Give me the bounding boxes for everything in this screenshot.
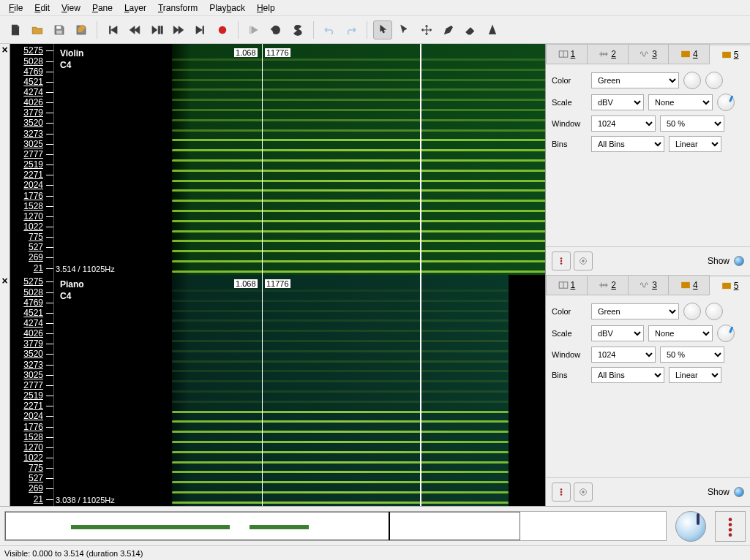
binscale-select[interactable]: Linear xyxy=(669,136,721,152)
menu-transform[interactable]: Transform xyxy=(152,1,203,15)
layer-tab-1[interactable]: 1 xyxy=(546,275,588,295)
play-selection-icon[interactable] xyxy=(244,20,263,39)
erase-tool-icon[interactable] xyxy=(461,20,480,39)
measure-tool-icon[interactable] xyxy=(483,20,502,39)
save-file-icon[interactable] xyxy=(50,20,69,39)
redo-icon[interactable] xyxy=(342,20,361,39)
svg-rect-0 xyxy=(56,26,61,29)
toolbar xyxy=(0,16,750,44)
normalize-select[interactable]: None xyxy=(648,94,713,110)
menu-file[interactable]: File xyxy=(3,1,29,15)
layer-visibility-icon[interactable] xyxy=(552,483,571,502)
svg-rect-22 xyxy=(681,282,690,288)
bins-label: Bins xyxy=(552,140,587,148)
rotation-knob[interactable] xyxy=(705,303,723,320)
pane-info: 3.038 / 11025Hz xyxy=(56,496,115,504)
svg-rect-23 xyxy=(722,282,731,288)
led-icon xyxy=(734,487,744,497)
spectrogram-view-2[interactable]: Piano C4 3.038 / 11025Hz 1.068 11776 xyxy=(54,275,545,506)
gain-knob[interactable] xyxy=(717,325,735,342)
cursor-freq-label: 11776 xyxy=(265,279,290,288)
layer-properties: Color Green Scale dBV None Window 1024 5… xyxy=(546,295,750,477)
pane-info: 3.514 / 11025Hz xyxy=(56,265,115,273)
layer-panel-2: 1 2 3 4 5 Color Green Scale dBV None xyxy=(545,275,750,506)
layer-tab-4[interactable]: 4 xyxy=(668,44,710,64)
save-as-icon[interactable] xyxy=(72,20,91,39)
close-pane-button[interactable]: × xyxy=(0,275,10,506)
svg-point-24 xyxy=(560,488,563,491)
layer-tab-2[interactable]: 2 xyxy=(587,275,629,295)
overlap-select[interactable]: 50 % xyxy=(660,116,724,132)
layer-tab-3[interactable]: 3 xyxy=(628,44,670,64)
layer-tab-5[interactable]: 5 xyxy=(709,45,750,64)
bins-select[interactable]: All Bins xyxy=(591,367,664,383)
play-pause-icon[interactable] xyxy=(147,20,166,39)
svg-point-29 xyxy=(729,518,732,521)
layer-settings-icon[interactable] xyxy=(574,483,593,502)
rewind-icon[interactable] xyxy=(125,20,144,39)
window-label: Window xyxy=(552,119,587,128)
pane-1: × 52755028476945214274402637793520327330… xyxy=(0,44,750,275)
loop-icon[interactable] xyxy=(266,20,285,39)
threshold-knob[interactable] xyxy=(683,303,701,320)
overlap-select[interactable]: 50 % xyxy=(660,347,724,363)
show-toggle[interactable]: Show xyxy=(708,256,744,266)
new-file-icon[interactable] xyxy=(6,20,25,39)
show-toggle[interactable]: Show xyxy=(708,487,744,497)
playback-speed-knob[interactable] xyxy=(675,511,706,542)
undo-icon[interactable] xyxy=(320,20,339,39)
select-tool-icon[interactable] xyxy=(395,20,414,39)
svg-point-28 xyxy=(582,491,585,493)
scale-select[interactable]: dBV xyxy=(591,94,644,110)
menu-help[interactable]: Help xyxy=(251,1,281,15)
layer-tab-3[interactable]: 3 xyxy=(628,275,670,295)
menu-view[interactable]: View xyxy=(56,1,86,15)
move-tool-icon[interactable] xyxy=(417,20,436,39)
svg-rect-9 xyxy=(681,51,690,57)
layer-tab-1[interactable]: 1 xyxy=(546,44,588,64)
draw-tool-icon[interactable] xyxy=(439,20,458,39)
svg-point-12 xyxy=(560,260,563,262)
spectrogram-view-1[interactable]: Violin C4 3.514 / 11025Hz 1.068 11776 xyxy=(54,44,545,275)
navigate-tool-icon[interactable] xyxy=(373,20,392,39)
svg-rect-1 xyxy=(56,30,62,34)
layer-tab-2[interactable]: 2 xyxy=(587,44,629,64)
color-select[interactable]: Green xyxy=(591,303,679,319)
normalize-select[interactable]: None xyxy=(648,325,713,341)
menu-layer[interactable]: Layer xyxy=(119,1,152,15)
layer-properties: Color Green Scale dBV None Window 1024 5… xyxy=(546,64,750,246)
layer-visibility-icon[interactable] xyxy=(552,251,571,270)
open-file-icon[interactable] xyxy=(28,20,47,39)
forward-icon[interactable] xyxy=(169,20,188,39)
scale-select[interactable]: dBV xyxy=(591,325,644,341)
color-select[interactable]: Green xyxy=(591,72,679,88)
record-icon[interactable] xyxy=(213,20,232,39)
overview-strip xyxy=(0,506,750,545)
close-pane-button[interactable]: × xyxy=(0,44,10,275)
skip-end-icon[interactable] xyxy=(191,20,210,39)
layer-settings-icon[interactable] xyxy=(574,251,593,270)
bins-select[interactable]: All Bins xyxy=(591,136,664,152)
threshold-knob[interactable] xyxy=(683,72,701,89)
layer-tab-4[interactable]: 4 xyxy=(668,275,710,295)
window-select[interactable]: 1024 xyxy=(591,347,656,363)
svg-point-31 xyxy=(729,528,732,531)
overview-timeline[interactable] xyxy=(4,511,667,541)
layer-tabs: 1 2 3 4 5 xyxy=(546,275,750,295)
layer-tab-5[interactable]: 5 xyxy=(709,276,750,295)
layer-panel-1: 1 2 3 4 5 Color Green Scale dBV None xyxy=(545,44,750,275)
rotation-knob[interactable] xyxy=(705,72,723,89)
svg-point-13 xyxy=(560,262,563,265)
menu-edit[interactable]: Edit xyxy=(29,1,56,15)
skip-start-icon[interactable] xyxy=(103,20,122,39)
frequency-axis: 5275502847694521427440263779352032733025… xyxy=(10,44,54,275)
key-reference-icon[interactable] xyxy=(715,511,746,542)
svg-point-30 xyxy=(729,523,732,526)
gain-knob[interactable] xyxy=(717,94,735,111)
led-icon xyxy=(734,256,744,266)
solo-icon[interactable] xyxy=(288,20,307,39)
menu-playback[interactable]: Playback xyxy=(203,1,251,15)
binscale-select[interactable]: Linear xyxy=(669,367,721,383)
window-select[interactable]: 1024 xyxy=(591,116,656,132)
menu-pane[interactable]: Pane xyxy=(86,1,119,15)
